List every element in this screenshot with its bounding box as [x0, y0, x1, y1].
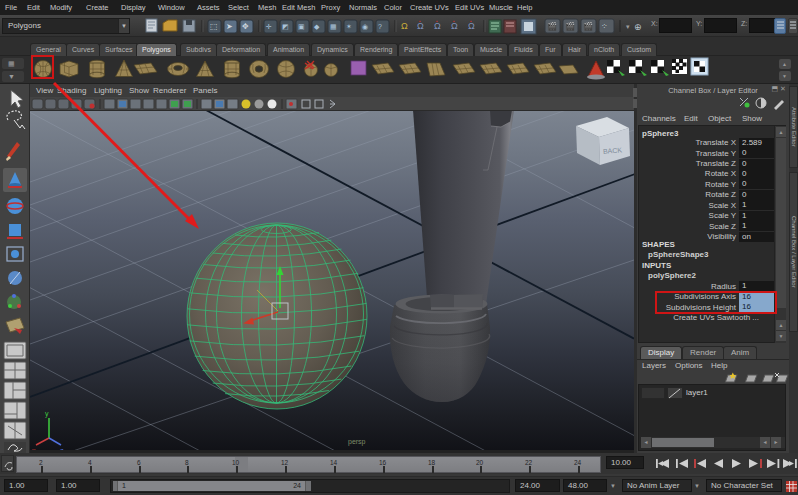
svg-text:▼: ▼ [782, 73, 787, 79]
svg-text:▼: ▼ [8, 73, 15, 80]
svg-text:▲: ▲ [782, 61, 787, 67]
svg-text:y: y [45, 410, 49, 418]
svg-text:▦: ▦ [8, 60, 15, 67]
svg-text:persp: persp [348, 438, 366, 446]
